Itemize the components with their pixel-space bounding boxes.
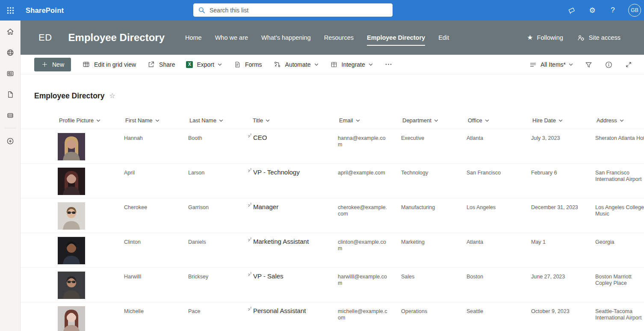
info-icon: [605, 61, 613, 69]
favorite-star-icon[interactable]: ☆: [109, 92, 115, 99]
profile-photo[interactable]: [58, 233, 124, 264]
toolbar-button-edit-in-grid-view[interactable]: Edit in grid view: [82, 60, 136, 68]
row-selector-cell[interactable]: [34, 268, 58, 274]
row-selector-cell[interactable]: [34, 164, 58, 170]
search-icon: [198, 6, 205, 14]
cell-address: San FranciscoInternational Airport: [595, 164, 644, 183]
chevron-down-icon: [355, 118, 360, 123]
gear-icon[interactable]: ⚙: [587, 5, 597, 15]
profile-photo[interactable]: [58, 164, 124, 195]
toolbar-button-forms[interactable]: Forms: [233, 61, 262, 68]
plus-circle-icon: [6, 137, 15, 145]
cell-email: harwilll@example.com: [338, 268, 388, 287]
excel-icon: X: [186, 61, 193, 68]
site-header: ED Employee Directory HomeWho we areWhat…: [21, 21, 644, 55]
view-selector[interactable]: All Items*: [529, 61, 573, 69]
cell-email: cherokee@example.com: [338, 198, 388, 217]
cell-last-name: Garrison: [188, 198, 251, 211]
integrate-icon: [330, 61, 338, 68]
toolbar-label-edit-in-grid-view: Edit in grid view: [94, 61, 136, 68]
cell-title: VP - Technology: [251, 164, 338, 175]
waffle-menu-icon[interactable]: [0, 0, 21, 21]
column-header-last-name[interactable]: Last Name: [188, 117, 251, 124]
row-selector-cell[interactable]: [34, 129, 58, 135]
cell-office: Seattle: [467, 302, 531, 315]
share-icon: [147, 60, 155, 68]
toolbar-button-new[interactable]: New: [34, 58, 71, 71]
cell-first-name: Michelle: [124, 302, 188, 315]
following-button[interactable]: ★Following: [527, 34, 563, 41]
table-row-cherokee-garrison[interactable]: Cherokee Garrison Manager cherokee@examp…: [21, 198, 644, 233]
table-row-april-larson[interactable]: April Larson VP - Technology april@examp…: [21, 163, 644, 198]
cell-email: clinton@example.com: [338, 233, 388, 252]
nav-item-employee-directory[interactable]: Employee Directory: [367, 34, 425, 41]
cell-title: CEO: [251, 129, 338, 141]
chevron-down-icon: [265, 118, 270, 123]
toolbar-button-automate[interactable]: Automate: [273, 60, 319, 68]
toolbar-button-export[interactable]: XExport: [186, 61, 222, 68]
cell-department: Manufacturing: [401, 198, 467, 211]
app-sidebar: [0, 21, 21, 331]
cell-last-name: Booth: [188, 129, 251, 142]
nav-item-resources[interactable]: Resources: [324, 34, 354, 41]
account-avatar[interactable]: GB: [628, 4, 641, 17]
profile-photo[interactable]: [58, 302, 124, 331]
sidebar-item-lists[interactable]: [0, 105, 21, 126]
row-selector-cell[interactable]: [34, 198, 58, 204]
nav-item-who-we-are[interactable]: Who we are: [215, 34, 248, 41]
sidebar-item-plus-circle[interactable]: [0, 130, 21, 151]
column-header-first-name[interactable]: First Name: [124, 117, 188, 124]
nav-item-home[interactable]: Home: [185, 34, 202, 41]
filter-button[interactable]: [583, 59, 594, 70]
cell-title: Manager: [251, 198, 338, 210]
filter-icon: [585, 61, 593, 69]
column-header-office[interactable]: Office: [467, 117, 531, 124]
profile-photo[interactable]: [58, 198, 124, 230]
help-icon[interactable]: ?: [608, 5, 618, 15]
cell-address: Los Angeles College ofMusic: [595, 198, 644, 217]
column-header-department[interactable]: Department: [401, 117, 467, 124]
column-header-address[interactable]: Address: [595, 117, 644, 124]
site-title[interactable]: Employee Directory: [68, 32, 165, 44]
column-header-hire-date[interactable]: Hire Date: [531, 117, 595, 124]
sidebar-item-document[interactable]: [0, 84, 21, 105]
sidebar-item-globe[interactable]: [0, 42, 21, 63]
toolbar-button-integrate[interactable]: Integrate: [330, 61, 373, 68]
table-row-hannah-booth[interactable]: Hannah Booth CEO hanna@example.com Execu…: [21, 129, 644, 163]
site-logo[interactable]: ED: [38, 32, 52, 43]
column-header-email[interactable]: Email: [338, 117, 401, 124]
toolbar-button-share[interactable]: Share: [147, 60, 175, 68]
sidebar-item-news[interactable]: [0, 63, 21, 84]
toolbar-label-share: Share: [159, 61, 175, 68]
lists-icon: [6, 111, 15, 120]
cell-title: VP - Sales: [251, 268, 338, 279]
cell-hire-date: October 9, 2023: [531, 302, 595, 315]
row-selector-cell[interactable]: [34, 302, 58, 308]
table-row-clinton-daniels[interactable]: Clinton Daniels Marketing Assistant clin…: [21, 233, 644, 267]
cell-department: Operations: [401, 302, 467, 315]
news-icon: [6, 69, 15, 78]
toolbar-button-more[interactable]: [384, 60, 393, 68]
nav-item-what-s-happening[interactable]: What's happening: [261, 34, 311, 41]
column-header-title[interactable]: Title: [251, 117, 338, 124]
plus-icon: [41, 61, 48, 68]
sharepoint-brand[interactable]: SharePoint: [26, 6, 64, 15]
cell-office: Boston: [467, 268, 531, 280]
profile-photo[interactable]: [58, 129, 124, 160]
home-icon: [6, 27, 15, 36]
row-selector-cell[interactable]: [34, 233, 58, 239]
info-button[interactable]: [603, 59, 614, 70]
toolbar-label-integrate: Integrate: [342, 61, 365, 68]
column-header-profile-picture[interactable]: Profile Picture: [58, 117, 124, 124]
expand-button[interactable]: [623, 59, 634, 70]
profile-photo[interactable]: [58, 268, 124, 299]
cell-last-name: Bricksey: [188, 268, 251, 280]
sidebar-item-home[interactable]: [0, 21, 21, 42]
table-row-michelle-pace[interactable]: Michelle Pace Personal Assistant michell…: [21, 302, 644, 331]
cell-first-name: April: [124, 164, 188, 176]
megaphone-icon[interactable]: [567, 5, 577, 15]
site-access-button[interactable]: Site access: [577, 34, 620, 42]
nav-item-edit[interactable]: Edit: [438, 34, 449, 41]
table-row-harwilll-bricksey[interactable]: Harwilll Bricksey VP - Sales harwilll@ex…: [21, 267, 644, 302]
search-input[interactable]: [210, 7, 388, 14]
